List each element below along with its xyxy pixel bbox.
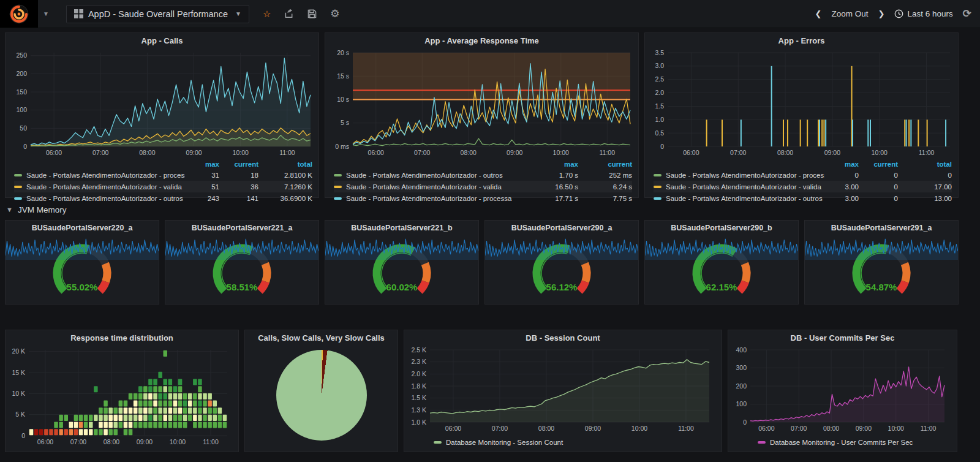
legend-swatch: [434, 441, 442, 444]
row-header-label: JVM Memory: [18, 205, 67, 214]
db-session-legend-item[interactable]: Database Monitoring - Session Count: [404, 437, 722, 448]
legend-row[interactable]: Saude - Portalws AtendimentoAutorizador …: [334, 169, 632, 181]
svg-text:06:00: 06:00: [758, 425, 774, 432]
svg-text:250: 250: [16, 51, 27, 59]
legend-swatch: [654, 186, 662, 188]
legend-value: 2.8100 K: [258, 172, 312, 179]
legend-swatch: [334, 197, 342, 200]
legend-row[interactable]: Saude - Portalws AtendimentoAutorizador …: [334, 192, 632, 204]
svg-text:08:00: 08:00: [104, 438, 119, 445]
panel-title[interactable]: BUSaudePortalServer220_a: [6, 221, 159, 235]
save-icon[interactable]: [307, 9, 317, 18]
db-user-commits-chart[interactable]: 010020030040006:0007:0008:0009:0010:0011…: [728, 345, 949, 434]
gauge-value: 54.87%: [866, 282, 897, 292]
dashboard-body: App - Calls 05010015020025006:0007:0008:…: [0, 28, 959, 452]
panel-response-time-distribution: Response time distribution 05 K10 K15 K2…: [5, 330, 239, 452]
legend-row[interactable]: Saude - Portalws AtendimentoAutorizador …: [14, 169, 312, 181]
svg-text:2.5: 2.5: [655, 75, 664, 83]
svg-text:10:00: 10:00: [631, 425, 647, 432]
db-commits-legend-item[interactable]: Database Monitoring - User Commits Per S…: [728, 437, 957, 448]
legend-value: 36: [219, 183, 258, 191]
legend-row[interactable]: Saude - Portalws AtendimentoAutorizador …: [14, 192, 312, 204]
star-icon[interactable]: ☆: [263, 9, 271, 20]
panel-title[interactable]: BUSaudePortalServer221_b: [325, 221, 478, 235]
legend-col-max[interactable]: max: [185, 161, 219, 168]
dashboard-title-dropdown[interactable]: AppD - Saude Overall Performance ▼: [66, 5, 249, 23]
svg-text:15 s: 15 s: [337, 72, 349, 80]
main-menu-caret[interactable]: ▼: [43, 10, 49, 17]
dashboard-grid-icon: [74, 9, 83, 18]
legend-value: 3.00: [824, 183, 859, 191]
svg-text:09:00: 09:00: [856, 425, 872, 432]
svg-text:0 ms: 0 ms: [335, 143, 349, 150]
legend-row[interactable]: Saude - Portalws AtendimentoAutorizador …: [14, 181, 312, 192]
legend-col-total[interactable]: total: [258, 161, 312, 168]
panel-title[interactable]: App - Calls: [6, 33, 318, 48]
legend-swatch: [14, 174, 22, 176]
app-errors-chart[interactable]: 00.51.01.52.02.53.03.506:0007:0008:0009:…: [648, 48, 955, 159]
svg-text:07:00: 07:00: [791, 425, 807, 432]
svg-text:11:00: 11:00: [921, 425, 937, 432]
svg-text:3.5: 3.5: [655, 49, 664, 56]
legend-col-current[interactable]: current: [578, 161, 632, 168]
refresh-icon[interactable]: ⟳: [963, 7, 971, 20]
app-response-time-chart[interactable]: 0 ms5 s10 s15 s20 s06:0007:0008:0009:001…: [328, 48, 635, 159]
panel-title[interactable]: BUSaudePortalServer221_a: [165, 221, 318, 235]
svg-text:06:00: 06:00: [445, 425, 461, 432]
row-app-metrics: App - Calls 05010015020025006:0007:0008:…: [5, 32, 959, 198]
legend-swatch: [654, 174, 662, 176]
gauge-sparkline: [325, 235, 478, 260]
panel-gauge-BUSaudePortalServer221_b: BUSaudePortalServer221_b60.02%: [325, 220, 479, 305]
legend-row[interactable]: Saude - Portalws AtendimentoAutorizador …: [334, 181, 632, 192]
row-jvm-gauges: BUSaudePortalServer220_a55.02%BUSaudePor…: [5, 220, 959, 305]
svg-text:2.5 K: 2.5 K: [411, 346, 426, 354]
svg-text:09:00: 09:00: [824, 149, 840, 156]
share-icon[interactable]: [284, 9, 294, 18]
panel-title[interactable]: App - Average Response Time: [325, 33, 638, 48]
legend-header: maxcurrenttotal: [14, 159, 312, 169]
panel-title[interactable]: Response time distribution: [6, 330, 238, 345]
legend-value: 17.00: [898, 183, 952, 191]
panel-title[interactable]: BUSaudePortalServer290_b: [645, 221, 798, 235]
panel-title[interactable]: BUSaudePortalServer291_a: [805, 221, 958, 235]
panel-calls-pie: Calls, Slow Calls, Very Slow Calls: [244, 330, 398, 452]
legend-row[interactable]: Saude - Portalws AtendimentoAutorizador …: [654, 169, 952, 181]
legend-col-max[interactable]: max: [539, 161, 578, 168]
db-session-count-chart[interactable]: 1.0 K1.3 K1.5 K1.8 K2.0 K2.3 K2.5 K06:00…: [404, 345, 714, 434]
app-calls-chart[interactable]: 05010015020025006:0007:0008:0009:0010:00…: [9, 48, 315, 159]
legend-col-max[interactable]: max: [824, 161, 859, 168]
legend-row[interactable]: Saude - Portalws AtendimentoAutorizador …: [654, 192, 952, 204]
time-range-picker[interactable]: Last 6 hours: [894, 9, 952, 18]
panel-title[interactable]: DB - Session Count: [404, 330, 722, 345]
svg-text:2.0: 2.0: [655, 89, 664, 96]
gauge-value: 60.02%: [386, 282, 418, 292]
svg-text:07:00: 07:00: [492, 425, 508, 432]
legend-col-current[interactable]: current: [859, 161, 898, 168]
panel-title[interactable]: App - Errors: [645, 33, 958, 48]
legend-value: 1.70 s: [539, 172, 578, 179]
panel-title[interactable]: DB - User Commits Per Sec: [728, 330, 957, 345]
panel-title[interactable]: BUSaudePortalServer290_a: [485, 221, 638, 235]
svg-text:11:00: 11:00: [678, 425, 694, 432]
svg-text:10:00: 10:00: [170, 438, 186, 445]
svg-text:10:00: 10:00: [888, 425, 904, 432]
svg-text:100: 100: [16, 106, 27, 113]
svg-text:10 s: 10 s: [337, 96, 349, 103]
calls-pie-chart[interactable]: [276, 350, 367, 441]
grafana-logo[interactable]: [0, 0, 38, 28]
gauge-sparkline: [485, 235, 638, 260]
svg-text:06:00: 06:00: [368, 149, 384, 156]
response-time-heatmap[interactable]: 05 K10 K15 K20 K06:0007:0008:0009:0010:0…: [6, 345, 231, 449]
legend-row[interactable]: Saude - Portalws AtendimentoAutorizador …: [654, 181, 952, 192]
legend-value: 17.71 s: [539, 195, 578, 202]
zoom-out-button[interactable]: Zoom Out: [832, 9, 869, 18]
gear-icon[interactable]: ⚙: [330, 7, 339, 20]
time-shift-right-icon[interactable]: ❯: [878, 9, 885, 18]
legend-swatch: [14, 197, 22, 200]
legend-swatch: [758, 441, 766, 444]
panel-title[interactable]: Calls, Slow Calls, Very Slow Calls: [245, 330, 398, 345]
legend-col-total[interactable]: total: [898, 161, 952, 168]
time-shift-left-icon[interactable]: ❮: [815, 9, 822, 18]
time-range-label: Last 6 hours: [907, 9, 952, 18]
legend-col-current[interactable]: current: [219, 161, 258, 168]
